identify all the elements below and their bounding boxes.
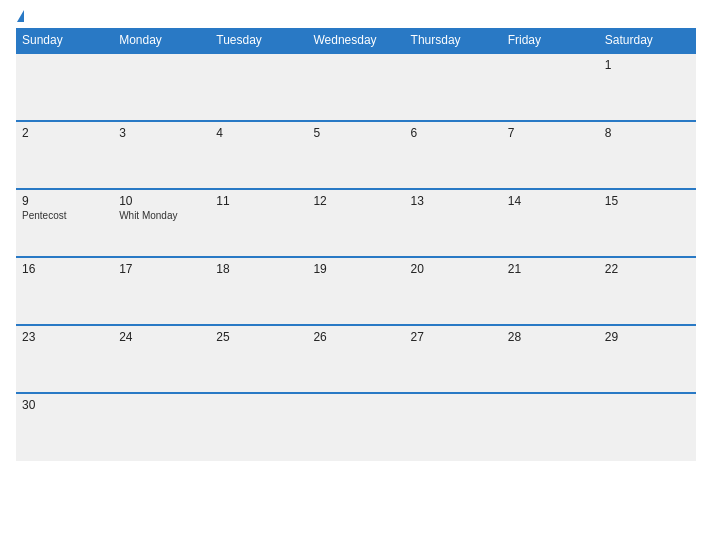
calendar-cell: 7 [502,121,599,189]
day-number: 26 [313,330,398,344]
calendar-cell: 16 [16,257,113,325]
calendar-cell: 17 [113,257,210,325]
day-number: 17 [119,262,204,276]
calendar-cell: 18 [210,257,307,325]
day-number: 23 [22,330,107,344]
calendar-cell: 20 [405,257,502,325]
logo-top-row [16,10,24,22]
day-number: 19 [313,262,398,276]
calendar-cell: 24 [113,325,210,393]
day-number: 30 [22,398,107,412]
calendar-cell [307,393,404,461]
weekday-header-thursday: Thursday [405,28,502,53]
calendar-cell: 28 [502,325,599,393]
calendar-cell: 27 [405,325,502,393]
calendar-cell: 25 [210,325,307,393]
calendar-cell: 22 [599,257,696,325]
calendar-cell [16,53,113,121]
day-number: 15 [605,194,690,208]
calendar-cell [113,53,210,121]
day-number: 22 [605,262,690,276]
day-number: 21 [508,262,593,276]
calendar-week-row: 30 [16,393,696,461]
logo-block [16,10,24,22]
day-number: 18 [216,262,301,276]
calendar-cell: 19 [307,257,404,325]
calendar-cell: 4 [210,121,307,189]
calendar-cell: 12 [307,189,404,257]
calendar-cell: 29 [599,325,696,393]
calendar-cell: 26 [307,325,404,393]
calendar-table: SundayMondayTuesdayWednesdayThursdayFrid… [16,28,696,461]
day-number: 12 [313,194,398,208]
calendar-cell [307,53,404,121]
calendar-cell: 2 [16,121,113,189]
calendar-week-row: 1 [16,53,696,121]
calendar-cell [405,393,502,461]
day-number: 3 [119,126,204,140]
calendar-week-row: 16171819202122 [16,257,696,325]
weekday-header-row: SundayMondayTuesdayWednesdayThursdayFrid… [16,28,696,53]
calendar-cell: 15 [599,189,696,257]
calendar-cell: 8 [599,121,696,189]
calendar-cell [113,393,210,461]
calendar-header: SundayMondayTuesdayWednesdayThursdayFrid… [16,28,696,53]
day-number: 1 [605,58,690,72]
calendar-cell: 14 [502,189,599,257]
day-number: 7 [508,126,593,140]
day-number: 11 [216,194,301,208]
calendar-cell [405,53,502,121]
calendar-cell: 6 [405,121,502,189]
calendar-cell: 11 [210,189,307,257]
day-number: 29 [605,330,690,344]
day-number: 2 [22,126,107,140]
calendar-week-row: 9Pentecost10Whit Monday1112131415 [16,189,696,257]
weekday-header-wednesday: Wednesday [307,28,404,53]
weekday-header-monday: Monday [113,28,210,53]
calendar-cell [599,393,696,461]
header [16,10,696,22]
calendar-cell: 30 [16,393,113,461]
weekday-header-tuesday: Tuesday [210,28,307,53]
calendar-cell [210,393,307,461]
calendar-cell: 23 [16,325,113,393]
page: SundayMondayTuesdayWednesdayThursdayFrid… [0,0,712,550]
calendar-cell: 21 [502,257,599,325]
weekday-header-friday: Friday [502,28,599,53]
holiday-label: Pentecost [22,210,107,221]
calendar-cell [502,393,599,461]
calendar-body: 123456789Pentecost10Whit Monday111213141… [16,53,696,461]
day-number: 8 [605,126,690,140]
calendar-cell: 10Whit Monday [113,189,210,257]
day-number: 16 [22,262,107,276]
day-number: 10 [119,194,204,208]
day-number: 9 [22,194,107,208]
day-number: 5 [313,126,398,140]
calendar-cell [502,53,599,121]
day-number: 25 [216,330,301,344]
logo-triangle-icon [17,10,24,22]
calendar-cell: 1 [599,53,696,121]
calendar-cell: 9Pentecost [16,189,113,257]
day-number: 20 [411,262,496,276]
calendar-cell [210,53,307,121]
weekday-header-sunday: Sunday [16,28,113,53]
calendar-week-row: 2345678 [16,121,696,189]
calendar-week-row: 23242526272829 [16,325,696,393]
calendar-cell: 13 [405,189,502,257]
weekday-header-saturday: Saturday [599,28,696,53]
holiday-label: Whit Monday [119,210,204,221]
day-number: 27 [411,330,496,344]
logo [16,10,24,22]
day-number: 4 [216,126,301,140]
day-number: 14 [508,194,593,208]
day-number: 13 [411,194,496,208]
day-number: 24 [119,330,204,344]
calendar-cell: 5 [307,121,404,189]
day-number: 28 [508,330,593,344]
day-number: 6 [411,126,496,140]
calendar-cell: 3 [113,121,210,189]
